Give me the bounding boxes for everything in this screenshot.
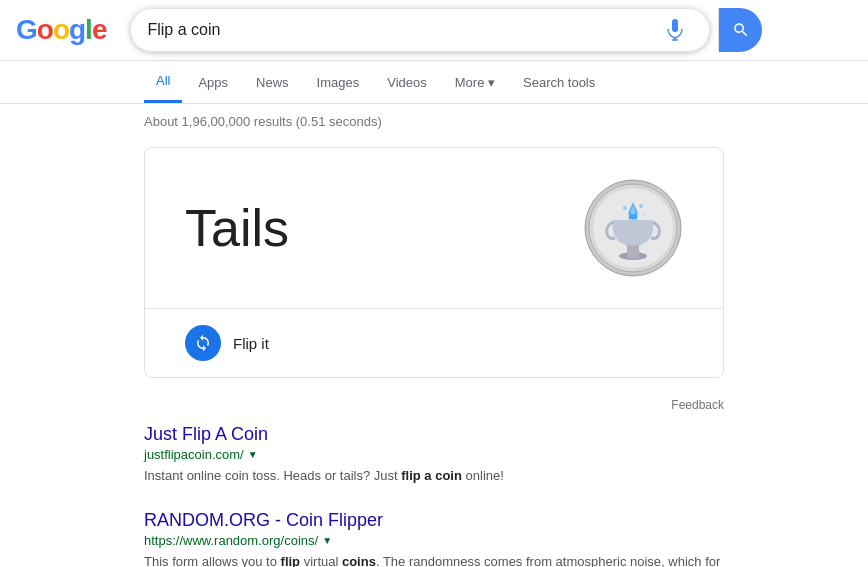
- results-info: About 1,96,00,000 results (0.51 seconds): [0, 104, 868, 139]
- header: Google Flip a coin: [0, 0, 868, 61]
- result-description: Instant online coin toss. Heads or tails…: [144, 466, 724, 486]
- search-bar: Flip a coin: [130, 8, 710, 52]
- google-logo: Google: [16, 14, 106, 46]
- feedback-row: Feedback: [0, 394, 868, 416]
- tab-apps[interactable]: Apps: [186, 63, 240, 102]
- logo-letter-g: G: [16, 14, 37, 45]
- coin-flip-widget: Tails: [144, 147, 724, 378]
- logo-letter-l: l: [85, 14, 92, 45]
- tab-all[interactable]: All: [144, 61, 182, 103]
- nav-tabs: All Apps News Images Videos More ▾ Searc…: [0, 61, 868, 104]
- svg-point-9: [639, 204, 643, 208]
- search-button[interactable]: [718, 8, 762, 52]
- tab-more[interactable]: More ▾: [443, 63, 507, 102]
- feedback-link[interactable]: Feedback: [671, 398, 724, 412]
- result-item: RANDOM.ORG - Coin Flipper https://www.ra…: [144, 510, 724, 568]
- tab-videos[interactable]: Videos: [375, 63, 439, 102]
- tab-images[interactable]: Images: [305, 63, 372, 102]
- tab-news[interactable]: News: [244, 63, 301, 102]
- widget-main: Tails: [145, 148, 723, 308]
- result-url-text: justflipacoin.com/: [144, 447, 244, 462]
- results-count: About 1,96,00,000 results (0.51 seconds): [144, 114, 382, 129]
- widget-action-bar: Flip it: [145, 308, 723, 377]
- logo-letter-g2: g: [69, 14, 85, 45]
- search-input[interactable]: Flip a coin: [147, 21, 667, 39]
- result-url-text: https://www.random.org/coins/: [144, 533, 318, 548]
- result-url: https://www.random.org/coins/ ▼: [144, 533, 724, 548]
- url-dropdown-icon[interactable]: ▼: [248, 449, 258, 460]
- url-dropdown-icon[interactable]: ▼: [322, 535, 332, 546]
- result-title[interactable]: Just Flip A Coin: [144, 424, 724, 445]
- flip-label: Flip it: [233, 335, 269, 352]
- search-results: Just Flip A Coin justflipacoin.com/ ▼ In…: [0, 416, 868, 567]
- logo-letter-o2: o: [53, 14, 69, 45]
- svg-point-10: [644, 213, 647, 216]
- coin-image: [583, 178, 683, 278]
- logo-letter-o1: o: [37, 14, 53, 45]
- logo-letter-e: e: [92, 14, 107, 45]
- svg-point-8: [623, 206, 627, 210]
- result-item: Just Flip A Coin justflipacoin.com/ ▼ In…: [144, 424, 724, 486]
- result-title[interactable]: RANDOM.ORG - Coin Flipper: [144, 510, 724, 531]
- svg-rect-0: [672, 19, 678, 32]
- result-url: justflipacoin.com/ ▼: [144, 447, 724, 462]
- tab-search-tools[interactable]: Search tools: [511, 63, 607, 102]
- result-description: This form allows you to flip virtual coi…: [144, 552, 724, 568]
- coin-result: Tails: [185, 198, 289, 258]
- microphone-icon[interactable]: [667, 19, 683, 41]
- flip-it-button[interactable]: [185, 325, 221, 361]
